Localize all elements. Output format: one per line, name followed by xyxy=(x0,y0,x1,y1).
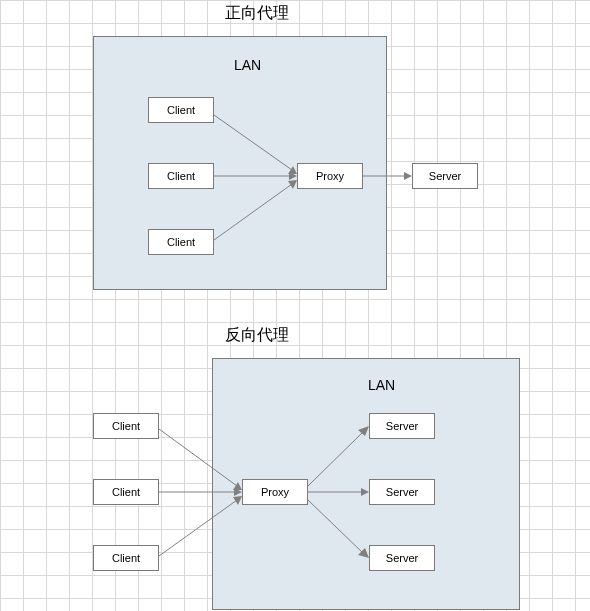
reverse-server-1: Server xyxy=(369,413,435,439)
reverse-proxy-node: Proxy xyxy=(242,479,308,505)
forward-lan-label: LAN xyxy=(234,57,261,73)
reverse-server-2: Server xyxy=(369,479,435,505)
forward-client-1: Client xyxy=(148,97,214,123)
reverse-client-2: Client xyxy=(93,479,159,505)
reverse-proxy-title: 反向代理 xyxy=(225,325,289,346)
forward-server-node: Server xyxy=(412,163,478,189)
svg-marker-7 xyxy=(404,172,412,180)
reverse-client-1: Client xyxy=(93,413,159,439)
reverse-server-3: Server xyxy=(369,545,435,571)
reverse-client-3: Client xyxy=(93,545,159,571)
forward-proxy-node: Proxy xyxy=(297,163,363,189)
forward-proxy-title: 正向代理 xyxy=(225,3,289,24)
forward-client-2: Client xyxy=(148,163,214,189)
forward-client-3: Client xyxy=(148,229,214,255)
reverse-lan-label: LAN xyxy=(368,377,395,393)
